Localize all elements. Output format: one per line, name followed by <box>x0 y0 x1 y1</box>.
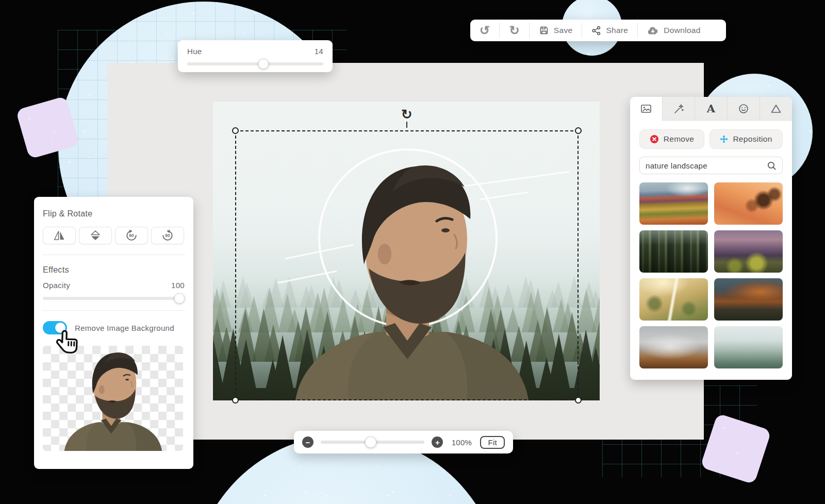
flip-rotate-title: Flip & Rotate <box>43 209 185 219</box>
thumbnail-canyon-valley[interactable] <box>714 230 783 273</box>
opacity-label: Opacity <box>43 281 70 290</box>
rotate-left-90-button[interactable]: 90 <box>115 227 148 244</box>
opacity-slider[interactable] <box>43 297 185 300</box>
triangle-icon <box>770 103 782 114</box>
zoom-slider-thumb[interactable] <box>365 436 376 448</box>
download-icon <box>647 26 659 36</box>
rotate-left-90-icon: 90 <box>125 229 138 242</box>
rotate-right-90-icon: 90 <box>161 229 174 242</box>
flip-horizontal-icon <box>53 230 65 241</box>
save-icon <box>539 25 549 36</box>
thumbnail-foggy-autumn-forest[interactable] <box>639 326 708 368</box>
download-button[interactable]: Download <box>638 20 710 41</box>
text-tool-icon: A <box>707 102 716 115</box>
move-arrows-icon <box>720 135 728 143</box>
zoom-percentage: 100% <box>450 438 473 447</box>
redo-icon: ↻ <box>509 24 519 37</box>
search-results-grid <box>639 182 783 368</box>
panel-divider <box>42 310 185 311</box>
image-search-field[interactable] <box>639 157 783 174</box>
tab-images[interactable] <box>630 97 662 121</box>
share-label: Share <box>606 26 628 35</box>
thumbnail-orange-misty-forest[interactable] <box>714 182 783 225</box>
cutout-man-preview <box>54 350 172 451</box>
share-button[interactable]: Share <box>582 20 637 41</box>
effects-title: Effects <box>43 265 185 275</box>
reposition-button[interactable]: Reposition <box>710 129 783 149</box>
smiley-icon <box>738 103 749 114</box>
remove-label: Remove <box>664 135 695 144</box>
hue-value: 14 <box>315 47 323 56</box>
hue-panel: Hue 14 <box>178 40 333 72</box>
remove-background-label: Remove Image Background <box>75 324 174 332</box>
panel-divider <box>42 255 185 255</box>
save-button[interactable]: Save <box>530 20 582 41</box>
flip-vertical-icon <box>89 230 102 241</box>
selection-handle-top-left[interactable] <box>232 127 239 134</box>
top-toolbar: ↺ ↻ Save Share <box>470 20 726 41</box>
opacity-slider-thumb[interactable] <box>174 293 185 304</box>
thumbnail-misty-pine-forest[interactable] <box>714 326 783 368</box>
reposition-label: Reposition <box>733 135 772 144</box>
tab-magic-wand[interactable] <box>662 97 695 120</box>
svg-text:90: 90 <box>129 233 134 238</box>
share-icon <box>591 26 601 36</box>
magic-wand-icon <box>673 103 684 114</box>
flip-horizontal-button[interactable] <box>43 227 76 244</box>
fit-button[interactable]: Fit <box>480 436 505 449</box>
thumbnail-rainbow-mountains[interactable] <box>639 182 708 225</box>
zoom-slider[interactable] <box>321 441 424 444</box>
thumbnail-pine-forest-trunks[interactable] <box>639 230 708 273</box>
rotate-handle-stem <box>406 122 407 128</box>
redo-button[interactable]: ↻ <box>500 20 529 41</box>
selection-box[interactable]: ↻ <box>235 130 579 400</box>
hand-cursor-icon <box>53 328 80 356</box>
selection-handle-bottom-right[interactable] <box>575 397 582 404</box>
opacity-value: 100 <box>171 281 185 290</box>
thumbnail-sunset-cliff-ridge[interactable] <box>714 278 783 321</box>
rotate-handle[interactable]: ↻ <box>401 108 412 128</box>
zoom-bar: − + 100% Fit <box>294 431 513 453</box>
hue-slider-thumb[interactable] <box>258 59 269 69</box>
selection-handle-top-right[interactable] <box>575 127 582 134</box>
flip-vertical-button[interactable] <box>79 227 112 244</box>
image-icon <box>640 103 652 114</box>
search-icon[interactable] <box>767 161 777 171</box>
save-label: Save <box>554 26 573 35</box>
zoom-out-button[interactable]: − <box>302 436 314 448</box>
thumbnail-golden-valley-aerial[interactable] <box>639 278 708 321</box>
tab-stickers[interactable] <box>727 97 760 120</box>
library-tabs: A <box>630 97 792 121</box>
hue-slider[interactable] <box>187 62 323 65</box>
undo-icon: ↺ <box>480 24 490 37</box>
download-label: Download <box>664 26 700 35</box>
search-input[interactable] <box>646 161 763 170</box>
selection-handle-bottom-left[interactable] <box>232 397 239 404</box>
hue-label: Hue <box>187 47 202 56</box>
undo-button[interactable]: ↺ <box>470 20 499 41</box>
rotate-right-90-button[interactable]: 90 <box>151 227 184 244</box>
rotate-icon: ↻ <box>401 108 412 121</box>
transparent-background-preview <box>43 346 183 451</box>
tab-text[interactable]: A <box>695 97 727 120</box>
remove-x-icon <box>650 135 659 144</box>
media-library-panel: A <box>630 97 792 380</box>
zoom-in-button[interactable]: + <box>432 436 443 448</box>
remove-image-button[interactable]: Remove <box>639 129 704 149</box>
tab-shapes[interactable] <box>760 97 792 120</box>
svg-text:90: 90 <box>165 233 170 238</box>
editor-stage: ↻ Hue 14 ↺ ↻ Save <box>0 0 825 504</box>
